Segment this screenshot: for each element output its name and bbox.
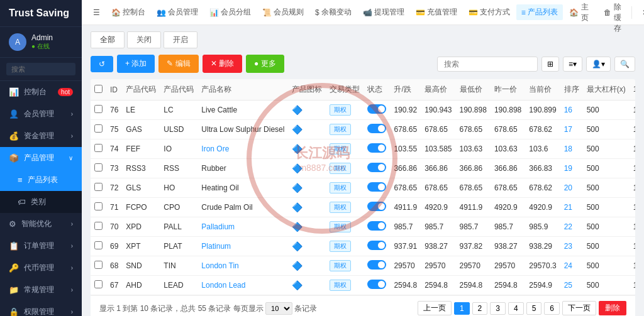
row-name: Rubber: [197, 159, 288, 178]
sidebar-item-order[interactable]: 📋 订单管理 ›: [0, 235, 82, 257]
row-icon: 🔷: [288, 256, 326, 276]
row-margin: 100000.00: [630, 139, 635, 159]
more-button[interactable]: ● 更多: [246, 55, 284, 73]
row-type: 期权: [326, 198, 364, 217]
tab-closed[interactable]: 关闭: [127, 31, 161, 48]
row-low: 366.86: [456, 159, 491, 178]
topbar-product-list[interactable]: ≡ 产品列表: [516, 4, 563, 20]
topbar-member-rule[interactable]: 📜 会员规则: [257, 4, 309, 20]
user-profile: A Admin ● 在线: [0, 27, 82, 58]
delete-button[interactable]: ✕ 删除: [203, 55, 242, 73]
row-curr: 985.9: [525, 217, 560, 237]
row-icon: 🔷: [288, 139, 326, 159]
group-icon: 📊: [209, 8, 219, 17]
pagination-info: 显示 1 到第 10 条记录，总共 55 条记录 每页显示 10 20 50 条…: [99, 302, 418, 315]
chevron-icon: ›: [71, 221, 73, 227]
sidebar-item-token[interactable]: 🔑 代币管理 ›: [0, 257, 82, 279]
search-button[interactable]: 🔍: [614, 57, 635, 72]
col-status: 状态: [364, 79, 390, 101]
prev-page-button[interactable]: 上一页: [418, 301, 452, 315]
page-size-select[interactable]: 10 20 50: [265, 302, 292, 315]
view-list-button[interactable]: ≡▾: [563, 57, 582, 72]
search-input[interactable]: [437, 57, 538, 72]
page-6-button[interactable]: 6: [544, 302, 560, 315]
row-checkbox[interactable]: [91, 198, 106, 217]
sidebar-item-member[interactable]: 👤 会员管理 ›: [0, 103, 82, 125]
row-status[interactable]: [364, 217, 390, 237]
sidebar-item-assets[interactable]: 💰 资金管理 ›: [0, 125, 82, 147]
row-checkbox[interactable]: [91, 139, 106, 159]
row-icon: 🔷: [288, 159, 326, 178]
sidebar-item-permission[interactable]: 🔒 权限管理 ›: [0, 301, 82, 316]
edit-button[interactable]: ✎ 编辑: [158, 55, 198, 73]
topbar-dashboard[interactable]: 🏠 控制台: [106, 4, 150, 20]
row-status[interactable]: [364, 198, 390, 217]
row-curr: 190.899: [525, 101, 560, 120]
topbar-member-group[interactable]: 📊 会员分组: [204, 4, 256, 20]
sidebar-search-wrap: [0, 58, 82, 81]
chevron-icon: ›: [71, 286, 73, 293]
tab-all[interactable]: 全部: [91, 31, 125, 48]
row-status[interactable]: [364, 276, 390, 295]
row-checkbox[interactable]: [91, 276, 106, 295]
table-row: 71 FCPO CPO Crude Palm Oil 🔷 期权 4911.9 4…: [91, 198, 635, 217]
sidebar-item-product-list[interactable]: ≡ 产品列表: [0, 169, 82, 191]
table-row: 69 XPT PLAT Platinum 🔷 期权 937.91 938.27 …: [91, 237, 635, 256]
row-status[interactable]: [364, 139, 390, 159]
row-checkbox[interactable]: [91, 120, 106, 139]
topbar-withdraw[interactable]: 📹 提现管理: [358, 4, 409, 20]
sidebar: Trust Saving A Admin ● 在线 📊 控制台 hot 👤 会员…: [0, 0, 82, 316]
user-filter-button[interactable]: 👤▾: [586, 57, 611, 72]
row-status[interactable]: [364, 159, 390, 178]
topbar-payment[interactable]: 💳 支付方式: [464, 4, 515, 20]
topbar-member[interactable]: 👥 会员管理: [152, 4, 203, 20]
row-checkbox[interactable]: [91, 178, 106, 198]
sidebar-item-product-mgmt[interactable]: 📦 产品管理 ∨: [0, 147, 82, 169]
add-button[interactable]: + 添加: [117, 55, 155, 73]
topbar-close[interactable]: ✕: [637, 6, 644, 19]
row-change: 29570: [390, 256, 421, 276]
topbar-menu-toggle[interactable]: ☰: [88, 6, 105, 19]
sidebar-item-routine[interactable]: 📁 常规管理 ›: [0, 279, 82, 301]
row-low: 29570: [456, 256, 491, 276]
sidebar-search-input[interactable]: [6, 63, 75, 75]
next-page-button[interactable]: 下一页: [562, 301, 596, 315]
page-3-button[interactable]: 3: [490, 302, 506, 315]
recharge-icon: 💳: [416, 8, 425, 17]
sidebar-item-dashboard[interactable]: 📊 控制台 hot: [0, 81, 82, 103]
clear-icon: 🗑: [604, 8, 611, 17]
page-5-button[interactable]: 5: [526, 302, 542, 315]
row-code1: RSS3: [122, 159, 160, 178]
topbar-balance[interactable]: $ 余额变动: [310, 4, 357, 20]
page-2-button[interactable]: 2: [472, 302, 488, 315]
row-status[interactable]: [364, 178, 390, 198]
row-high: 985.7: [421, 217, 455, 237]
topbar-home[interactable]: 🏠 主页: [564, 0, 594, 26]
page-1-button[interactable]: 1: [454, 302, 470, 315]
row-checkbox[interactable]: [91, 217, 106, 237]
row-checkbox[interactable]: [91, 101, 106, 120]
row-checkbox[interactable]: [91, 256, 106, 276]
row-type: 期权: [326, 139, 364, 159]
view-grid-button[interactable]: ⊞: [541, 57, 559, 72]
row-status[interactable]: [364, 120, 390, 139]
select-all-checkbox[interactable]: [94, 85, 103, 93]
page-4-button[interactable]: 4: [508, 302, 524, 315]
refresh-button[interactable]: ↺: [91, 56, 113, 72]
sidebar-item-label: 代币管理: [24, 263, 71, 273]
row-checkbox[interactable]: [91, 237, 106, 256]
sidebar-item-category[interactable]: 🏷 类别: [0, 191, 82, 213]
token-icon: 🔑: [9, 263, 19, 273]
topbar-recharge[interactable]: 💳 充值管理: [411, 4, 462, 20]
row-status[interactable]: [364, 237, 390, 256]
row-status[interactable]: [364, 256, 390, 276]
tab-open[interactable]: 开启: [164, 31, 197, 48]
topbar-label: 控制台: [123, 7, 145, 18]
bulk-delete-button[interactable]: 删除: [599, 301, 626, 315]
row-status[interactable]: [364, 101, 390, 120]
col-sort: 排序: [560, 79, 583, 101]
sidebar-item-smart[interactable]: ⚙ 智能优化 ›: [0, 213, 82, 235]
row-margin: 100000.00: [630, 198, 635, 217]
row-checkbox[interactable]: [91, 159, 106, 178]
row-curr: 678.62: [525, 178, 560, 198]
